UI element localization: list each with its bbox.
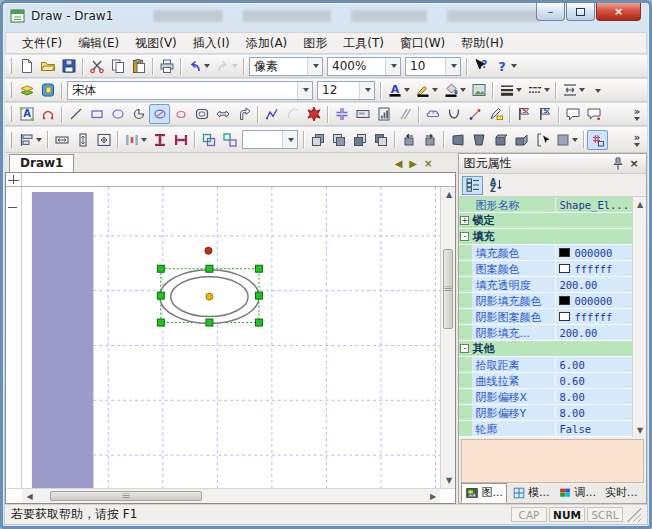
property-row[interactable]: 阴影填充颜色000000	[459, 293, 632, 309]
group-button[interactable]	[198, 130, 219, 150]
property-value[interactable]: 200.00	[556, 325, 632, 340]
roundrect-tool-button[interactable]	[191, 104, 212, 124]
property-grid-scrollbar[interactable]: ▲ ▼	[632, 197, 646, 437]
horizontal-scrollbar[interactable]: ◀ ▶	[22, 488, 440, 503]
send-back-button[interactable]	[370, 130, 391, 150]
ungroup-button[interactable]	[219, 130, 240, 150]
help-button[interactable]: ?	[491, 56, 519, 76]
toolbar-grip[interactable]	[9, 82, 12, 98]
star-tool-button[interactable]	[303, 104, 324, 124]
property-value[interactable]: 200.00	[556, 277, 632, 292]
menu-item-0[interactable]: 文件(F)	[14, 33, 70, 54]
send-backward-button[interactable]	[328, 130, 349, 150]
menu-item-4[interactable]: 添加(A)	[238, 33, 296, 54]
title-bar[interactable]: Draw - Draw1 – ×	[3, 3, 649, 30]
open-button[interactable]	[37, 56, 58, 76]
polyline-tool-button[interactable]	[261, 104, 282, 124]
line-style-button[interactable]	[524, 80, 552, 100]
line-color-button[interactable]	[412, 80, 440, 100]
property-row[interactable]: 曲线拉紧0.60	[459, 373, 632, 389]
property-category-row[interactable]: -其他	[459, 341, 632, 357]
arrow-point-button[interactable]	[464, 104, 485, 124]
pin-icon[interactable]	[610, 156, 626, 171]
gridsize-combo-dropdown-icon[interactable]	[445, 58, 460, 75]
panel-tab-0[interactable]: 图...	[461, 483, 507, 503]
property-value[interactable]: ffffff	[556, 309, 632, 324]
same-size-button[interactable]	[93, 130, 114, 150]
fontsize-combo[interactable]: 12	[317, 81, 375, 100]
font-combo-dropdown-icon[interactable]	[297, 82, 312, 99]
double-arrow-tool-button[interactable]	[212, 104, 233, 124]
curve-button[interactable]	[443, 104, 464, 124]
rect-tool-button[interactable]	[86, 104, 107, 124]
distribute-button[interactable]	[121, 130, 149, 150]
fill-color-button[interactable]	[440, 80, 468, 100]
categorized-view-button[interactable]	[462, 176, 483, 195]
property-row[interactable]: 阴影偏移Y8.00	[459, 405, 632, 421]
menu-item-8[interactable]: 帮助(H)	[453, 33, 511, 54]
menu-item-3[interactable]: 插入(I)	[185, 33, 238, 54]
property-value[interactable]: Shape_El...	[556, 197, 632, 212]
grid-scroll-down-icon[interactable]: ▼	[633, 423, 646, 437]
center-horizontal-button[interactable]	[170, 130, 191, 150]
scroll-up-icon[interactable]: ▲	[441, 187, 456, 202]
callout-button[interactable]	[562, 104, 583, 124]
expand-toggle-icon[interactable]: -	[460, 232, 469, 241]
close-button[interactable]: ×	[596, 3, 641, 21]
property-row[interactable]: 轮廓False	[459, 421, 632, 437]
drawing-canvas[interactable]	[22, 187, 440, 488]
document-tab[interactable]: Draw1	[9, 154, 74, 172]
expand-toggle-icon[interactable]: +	[460, 216, 469, 225]
save-button[interactable]	[58, 56, 79, 76]
font-color-button[interactable]: A	[384, 80, 412, 100]
property-category-row[interactable]: +锁定	[459, 213, 632, 229]
context-help-button[interactable]: ?	[470, 56, 491, 76]
bring-forward-button[interactable]	[307, 130, 328, 150]
button-shape-button[interactable]	[352, 104, 373, 124]
toolbar-options-button[interactable]	[587, 80, 608, 100]
split-button[interactable]	[331, 104, 352, 124]
bring-front-button[interactable]	[349, 130, 370, 150]
property-row[interactable]: 填充透明度200.00	[459, 277, 632, 293]
unit-combo[interactable]: 像素	[249, 57, 323, 76]
alphabetical-sort-button[interactable]: AZ	[485, 176, 506, 195]
paste-button[interactable]	[128, 56, 149, 76]
resize-grip[interactable]	[627, 508, 641, 522]
font-combo[interactable]: 宋体	[67, 81, 313, 100]
align-button[interactable]	[16, 130, 44, 150]
tab-close-icon[interactable]: ×	[424, 159, 432, 169]
vscroll-thumb[interactable]	[443, 249, 453, 329]
menu-item-5[interactable]: 图形	[295, 33, 335, 54]
hscroll-thumb[interactable]	[50, 491, 202, 501]
grid-scroll-up-icon[interactable]: ▲	[633, 197, 646, 211]
unit-combo-dropdown-icon[interactable]	[307, 58, 322, 75]
zoom-combo[interactable]: 400%	[327, 57, 401, 76]
property-row[interactable]: 阴影填充...200.00	[459, 325, 632, 341]
flag2-button[interactable]: 5	[534, 104, 555, 124]
toolbar-grip[interactable]	[9, 132, 12, 148]
pick-button[interactable]	[531, 130, 552, 150]
property-row[interactable]: 阴影图案颜色ffffff	[459, 309, 632, 325]
pie-tool-button[interactable]	[128, 104, 149, 124]
undo-button[interactable]	[184, 56, 212, 76]
panel-tab-2[interactable]: 调...	[554, 483, 600, 503]
property-row[interactable]: 图形名称Shape_El...	[459, 197, 632, 213]
menu-item-1[interactable]: 编辑(E)	[70, 33, 127, 54]
center-vertical-button[interactable]	[149, 130, 170, 150]
parallel-lines-button[interactable]	[394, 104, 415, 124]
spacing-button[interactable]	[559, 80, 587, 100]
rotate-right-button[interactable]	[419, 130, 440, 150]
callout2-button[interactable]	[583, 104, 604, 124]
menu-item-7[interactable]: 窗口(W)	[392, 33, 453, 54]
shade-button[interactable]	[552, 130, 580, 150]
redo-button[interactable]	[212, 56, 240, 76]
property-value[interactable]: ffffff	[556, 261, 632, 276]
menu-item-6[interactable]: 工具(T)	[335, 33, 392, 54]
print-button[interactable]	[156, 56, 177, 76]
property-row[interactable]: 填充颜色000000	[459, 245, 632, 261]
pen-button[interactable]	[485, 104, 506, 124]
fontsize-combo-dropdown-icon[interactable]	[359, 82, 374, 99]
ellipse2-tool-button[interactable]	[149, 104, 170, 124]
new-button[interactable]	[16, 56, 37, 76]
flip4-button[interactable]	[510, 130, 531, 150]
